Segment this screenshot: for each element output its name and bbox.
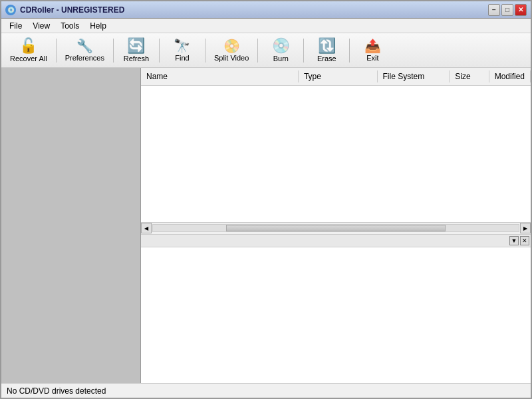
- col-header-type: Type: [299, 70, 378, 82]
- toolbar-sep-2: [113, 39, 114, 63]
- toolbar-sep-4: [205, 39, 205, 63]
- menu-file[interactable]: File: [4, 20, 27, 32]
- burn-button[interactable]: 💿 Burn: [261, 36, 301, 65]
- bottom-panel-header: ▼ ✕: [141, 234, 531, 247]
- preferences-icon: 🔧: [76, 39, 93, 53]
- status-bar: No CD/DVD drives detected: [1, 383, 531, 398]
- erase-label: Erase: [317, 55, 336, 63]
- preferences-label: Preferences: [65, 54, 104, 62]
- exit-button[interactable]: 📤 Exit: [352, 36, 392, 65]
- exit-icon: 📤: [364, 39, 381, 53]
- find-button[interactable]: 🔭 Find: [162, 36, 202, 65]
- recover-all-button[interactable]: 🔓 Recover All: [4, 36, 53, 65]
- split-video-label: Split Video: [214, 54, 249, 62]
- refresh-icon: 🔄: [127, 39, 145, 53]
- recover-all-label: Recover All: [10, 55, 47, 63]
- burn-icon: 💿: [272, 39, 290, 53]
- exit-label: Exit: [366, 54, 378, 62]
- toolbar-sep-6: [303, 39, 304, 63]
- app-icon: 💿: [5, 5, 16, 15]
- erase-icon: 🔃: [318, 39, 336, 53]
- menu-tools[interactable]: Tools: [55, 20, 84, 32]
- scroll-track[interactable]: [152, 224, 519, 232]
- title-bar-left: 💿 CDRoller - UNREGISTERED: [5, 5, 124, 15]
- horizontal-scrollbar[interactable]: ◀ ▶: [141, 222, 531, 234]
- left-panel-drives: [1, 68, 141, 383]
- col-header-filesystem: File System: [378, 70, 450, 82]
- col-header-name: Name: [141, 70, 299, 82]
- preferences-button[interactable]: 🔧 Preferences: [59, 36, 110, 65]
- scroll-thumb[interactable]: [226, 225, 446, 231]
- toolbar-sep-7: [349, 39, 350, 63]
- window-controls: − □ ✕: [488, 4, 527, 16]
- minimize-button[interactable]: −: [488, 4, 500, 16]
- panel-collapse-button[interactable]: ▼: [509, 236, 519, 245]
- close-button[interactable]: ✕: [515, 4, 527, 16]
- find-label: Find: [175, 54, 189, 62]
- toolbar-sep-1: [56, 39, 57, 63]
- menu-bar: File View Tools Help: [1, 19, 531, 33]
- refresh-button[interactable]: 🔄 Refresh: [116, 36, 156, 65]
- status-text: No CD/DVD drives detected: [7, 386, 106, 396]
- refresh-label: Refresh: [124, 55, 150, 63]
- scroll-left-arrow[interactable]: ◀: [141, 223, 152, 233]
- split-video-icon: 📀: [223, 39, 240, 53]
- find-icon: 🔭: [174, 39, 190, 53]
- recover-all-icon: 🔓: [19, 39, 37, 53]
- toolbar: 🔓 Recover All 🔧 Preferences 🔄 Refresh 🔭 …: [1, 33, 531, 68]
- erase-button[interactable]: 🔃 Erase: [307, 36, 346, 65]
- menu-view[interactable]: View: [27, 20, 55, 32]
- col-header-modified: Modified: [489, 70, 531, 82]
- panel-close-button[interactable]: ✕: [520, 236, 529, 245]
- right-panel: Name Type File System Size Modified ◀ ▶ …: [141, 68, 531, 383]
- split-video-button[interactable]: 📀 Split Video: [208, 36, 255, 65]
- toolbar-sep-3: [159, 39, 160, 63]
- scroll-right-arrow[interactable]: ▶: [520, 223, 531, 233]
- content-area: Name Type File System Size Modified ◀ ▶ …: [1, 68, 531, 383]
- maximize-button[interactable]: □: [501, 4, 513, 16]
- file-table-header: Name Type File System Size Modified: [141, 68, 531, 86]
- menu-help[interactable]: Help: [84, 20, 112, 32]
- bottom-panel-content: [141, 247, 531, 384]
- toolbar-sep-5: [257, 39, 258, 63]
- main-window: 💿 CDRoller - UNREGISTERED − □ ✕ File Vie…: [0, 0, 532, 399]
- title-bar: 💿 CDRoller - UNREGISTERED − □ ✕: [1, 1, 531, 19]
- col-header-size: Size: [450, 70, 489, 82]
- file-table-body[interactable]: [141, 86, 531, 222]
- burn-label: Burn: [273, 55, 289, 63]
- window-title: CDRoller - UNREGISTERED: [20, 5, 124, 15]
